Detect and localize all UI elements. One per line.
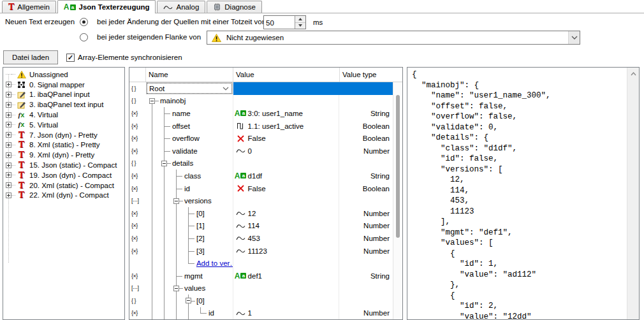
tree-connector — [146, 232, 158, 245]
grid-row-add-to-ver-[interactable]: Add to ver… — [129, 257, 393, 270]
grid-row-details[interactable]: { }details — [129, 157, 393, 170]
column-header-name[interactable]: Name — [146, 68, 233, 82]
column-header-type-glyph — [129, 68, 146, 82]
tree-connector — [182, 257, 194, 270]
edge-signal-combobox[interactable]: Nicht zugewiesen — [207, 31, 580, 45]
tab-json-texterzeugung[interactable]: AaJson Texterzeugung — [57, 0, 156, 13]
collapse-minus-icon[interactable] — [170, 194, 182, 207]
tree-connector — [146, 220, 158, 233]
tree-stub — [11, 195, 15, 196]
tree-item[interactable]: T8. Xml (static) - Pretty — [3, 140, 124, 150]
radio-rising-edge[interactable] — [80, 33, 88, 41]
expand-plus-icon[interactable] — [6, 193, 11, 198]
string-icon: Aa — [235, 110, 246, 117]
grid-row-class[interactable]: {×}classAad1dfString — [129, 170, 393, 182]
tree-item-label: 22. Xml (dyn) - Compact — [29, 191, 109, 199]
expand-plus-icon[interactable] — [6, 122, 11, 127]
tree-connector — [182, 220, 194, 233]
grid-row-id[interactable]: {×}id1Number — [129, 307, 393, 320]
grid-row-versions[interactable]: [···]versions — [129, 194, 393, 207]
node-value-type: Number — [339, 220, 393, 233]
tree-item[interactable]: T19. Json (dyn) - Compact — [3, 170, 124, 180]
sine-icon — [235, 223, 246, 229]
radio-deadtime[interactable] — [80, 18, 88, 26]
tab-label: Allgemein — [17, 3, 50, 11]
sine-icon — [235, 248, 246, 254]
tab-analog[interactable]: Analog — [157, 1, 205, 13]
collapse-minus-icon[interactable] — [182, 295, 194, 307]
tree-item[interactable]: fx5. Virtual — [3, 120, 124, 130]
collapse-minus-icon[interactable] — [158, 157, 170, 170]
spin-down-button[interactable] — [295, 23, 305, 29]
node-value-type: String — [339, 170, 393, 182]
tree-item-label: 19. Json (dyn) - Compact — [29, 171, 112, 179]
tree-item[interactable]: T7. Json (dyn) - Pretty — [3, 130, 124, 140]
expand-plus-icon[interactable] — [6, 102, 11, 108]
node-type-glyph: {×} — [129, 182, 146, 195]
sync-array-label: Array-Elemente synchronisieren — [78, 54, 182, 61]
node-value-type — [339, 282, 393, 295]
expand-plus-icon[interactable] — [6, 163, 11, 168]
add-to-array-link[interactable]: Add to ver… — [196, 259, 233, 267]
tree-item[interactable]: Unassigned — [3, 69, 124, 80]
expand-plus-icon[interactable] — [6, 142, 11, 148]
sync-array-checkbox[interactable]: ✓ — [66, 54, 75, 62]
expand-plus-icon[interactable] — [6, 182, 11, 188]
grid-scrollbar-thumb[interactable] — [396, 95, 400, 238]
tree-item[interactable]: T15. Json (static) - Compact — [3, 160, 124, 170]
node-value-type: String — [339, 270, 393, 282]
column-header-value[interactable]: Value — [233, 68, 340, 82]
collapse-minus-icon[interactable] — [146, 95, 158, 108]
grid-row-root[interactable]: { } Root — [129, 82, 393, 95]
tree-item[interactable]: T9. Xml (dyn) - Pretty — [3, 150, 124, 160]
grid-row--0-[interactable]: { }[0] — [129, 295, 393, 307]
grid-row-mainobj[interactable]: { }mainobj — [129, 95, 393, 108]
tree-item[interactable]: 3. ibaQPanel text input — [3, 99, 124, 110]
grid-row--2-[interactable]: {×}[2]453Number — [129, 232, 393, 245]
root-node-combobox[interactable]: Root — [147, 83, 232, 94]
grid-row--3-[interactable]: {×}[3]11123Number — [129, 245, 393, 258]
grid-row-mgmt[interactable]: {×}mgmtAadef1String — [129, 270, 393, 282]
node-value-cell: 1 — [233, 307, 340, 320]
scroll-up-icon — [631, 72, 636, 76]
tab-allgemein[interactable]: TAllgemein — [2, 1, 56, 13]
deadtime-spinbox[interactable] — [263, 15, 306, 29]
expand-plus-icon[interactable] — [6, 152, 11, 158]
collapse-minus-icon[interactable] — [170, 282, 182, 295]
grid-row--0-[interactable]: {×}[0]12Number — [129, 207, 393, 220]
grid-scrollbar[interactable] — [393, 82, 402, 319]
tree-item[interactable]: T22. Xml (dyn) - Compact — [3, 191, 124, 201]
grid-row--1-[interactable]: {×}[1]114Number — [129, 220, 393, 233]
expand-plus-icon[interactable] — [6, 112, 11, 118]
deadtime-input[interactable] — [264, 16, 295, 29]
spin-up-button[interactable] — [295, 16, 305, 23]
grid-row-name[interactable]: {×}nameAa3:0: user1_nameString — [129, 107, 393, 120]
tree-item[interactable]: 1. ibaQPanel input — [3, 90, 124, 100]
tree-item-label: 0. Signal mapper — [29, 81, 85, 89]
expand-plus-icon[interactable] — [6, 82, 11, 87]
json-scrollbar[interactable] — [627, 68, 639, 319]
expand-plus-icon[interactable] — [6, 92, 11, 98]
tree-connector — [146, 307, 158, 320]
tree-item[interactable]: fx4. Virtual — [3, 110, 124, 120]
grid-row-values[interactable]: [···]values — [129, 282, 393, 295]
tree-item[interactable]: T20. Xml (static) - Compact — [3, 180, 124, 191]
grid-row-offset[interactable]: {×}offset1.1: user1_activeBoolean — [129, 120, 393, 133]
tree-connector — [158, 145, 170, 157]
root-node-value: Root — [149, 85, 165, 92]
tab-diagnose[interactable]: Diagnose — [207, 1, 262, 13]
warning-icon — [212, 34, 221, 42]
column-header-value-type[interactable]: Value type — [340, 68, 393, 82]
grid-row-overflow[interactable]: {×}overflowFalseBoolean — [129, 132, 393, 145]
chevron-down-icon[interactable] — [568, 31, 580, 44]
tree-item[interactable]: 0. Signal mapper — [3, 80, 124, 90]
node-value-type — [339, 194, 393, 207]
grid-row-id[interactable]: {×}idFalseBoolean — [129, 182, 393, 195]
json-preview-text: { "mainobj": { "name": "user1_name_300",… — [407, 68, 626, 319]
load-file-button[interactable]: Datei laden — [3, 50, 58, 64]
generate-text-label: Neuen Text erzeugen — [5, 18, 75, 25]
tree-stub — [11, 155, 15, 156]
grid-row-validate[interactable]: {×}validate0Number — [129, 145, 393, 157]
expand-plus-icon[interactable] — [6, 172, 11, 178]
expand-plus-icon[interactable] — [6, 132, 11, 138]
